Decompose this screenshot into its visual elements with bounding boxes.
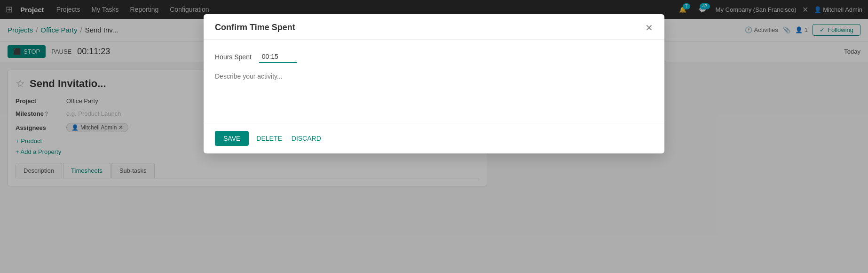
hours-row: Hours Spent — [215, 51, 653, 63]
save-button[interactable]: SAVE — [215, 131, 249, 146]
modal-close-button[interactable]: ✕ — [645, 23, 653, 32]
hours-input[interactable] — [259, 51, 297, 63]
delete-button[interactable]: DELETE — [254, 131, 284, 146]
activity-textarea[interactable] — [215, 72, 653, 110]
hours-label: Hours Spent — [215, 53, 252, 61]
modal-body: Hours Spent — [204, 40, 664, 123]
confirm-time-modal: Confirm Time Spent ✕ Hours Spent SAVE DE… — [204, 14, 664, 153]
modal-overlay: Confirm Time Spent ✕ Hours Spent SAVE DE… — [0, 0, 868, 273]
modal-title: Confirm Time Spent — [215, 23, 295, 32]
modal-footer: SAVE DELETE DISCARD — [204, 123, 664, 153]
discard-button[interactable]: DISCARD — [290, 131, 323, 146]
modal-header: Confirm Time Spent ✕ — [204, 14, 664, 40]
